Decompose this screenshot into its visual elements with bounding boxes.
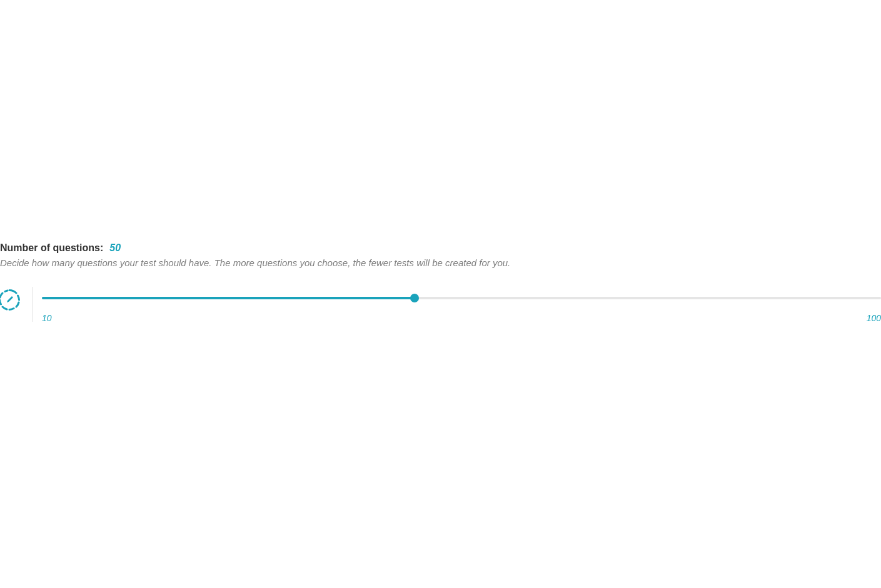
- slider-section: 10 100: [0, 289, 881, 323]
- question-count-description: Decide how many questions your test shou…: [0, 256, 881, 269]
- question-count-header: Number of questions: 50 Decide how many …: [0, 242, 881, 269]
- edit-dashed-icon: [0, 289, 20, 311]
- title-row: Number of questions: 50: [0, 242, 881, 254]
- question-count-slider[interactable]: [42, 297, 881, 299]
- slider-min-label: 10: [42, 313, 52, 323]
- slider-fill: [42, 297, 415, 299]
- slider-max-label: 100: [867, 313, 881, 323]
- question-count-slider-container: 10 100: [42, 289, 881, 323]
- question-count-value: 50: [109, 242, 121, 254]
- slider-labels: 10 100: [42, 313, 881, 323]
- question-count-label: Number of questions:: [0, 242, 103, 254]
- slider-thumb[interactable]: [410, 294, 419, 302]
- divider: [33, 287, 33, 322]
